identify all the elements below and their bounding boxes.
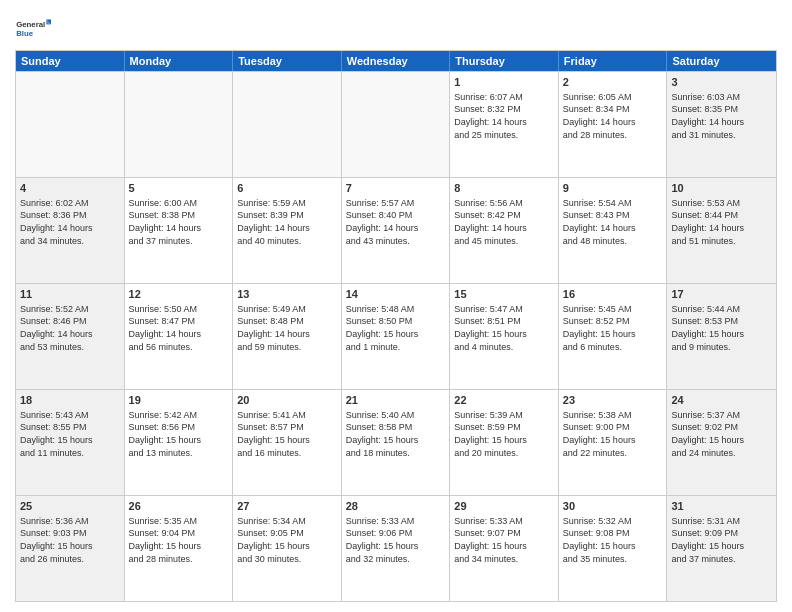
day-info: Sunrise: 6:02 AM Sunset: 8:36 PM Dayligh… — [20, 197, 120, 247]
day-cell-15: 15Sunrise: 5:47 AM Sunset: 8:51 PM Dayli… — [450, 284, 559, 389]
day-header-tuesday: Tuesday — [233, 51, 342, 71]
day-number: 3 — [671, 75, 772, 90]
day-number: 23 — [563, 393, 663, 408]
day-cell-4: 4Sunrise: 6:02 AM Sunset: 8:36 PM Daylig… — [16, 178, 125, 283]
day-cell-17: 17Sunrise: 5:44 AM Sunset: 8:53 PM Dayli… — [667, 284, 776, 389]
day-cell-22: 22Sunrise: 5:39 AM Sunset: 8:59 PM Dayli… — [450, 390, 559, 495]
day-info: Sunrise: 5:37 AM Sunset: 9:02 PM Dayligh… — [671, 409, 772, 459]
day-cell-5: 5Sunrise: 6:00 AM Sunset: 8:38 PM Daylig… — [125, 178, 234, 283]
week-row-2: 4Sunrise: 6:02 AM Sunset: 8:36 PM Daylig… — [16, 177, 776, 283]
day-number: 2 — [563, 75, 663, 90]
day-cell-2: 2Sunrise: 6:05 AM Sunset: 8:34 PM Daylig… — [559, 72, 668, 177]
day-cell-31: 31Sunrise: 5:31 AM Sunset: 9:09 PM Dayli… — [667, 496, 776, 601]
day-cell-7: 7Sunrise: 5:57 AM Sunset: 8:40 PM Daylig… — [342, 178, 451, 283]
day-number: 29 — [454, 499, 554, 514]
day-info: Sunrise: 5:32 AM Sunset: 9:08 PM Dayligh… — [563, 515, 663, 565]
day-cell-12: 12Sunrise: 5:50 AM Sunset: 8:47 PM Dayli… — [125, 284, 234, 389]
day-info: Sunrise: 5:34 AM Sunset: 9:05 PM Dayligh… — [237, 515, 337, 565]
day-number: 30 — [563, 499, 663, 514]
day-cell-10: 10Sunrise: 5:53 AM Sunset: 8:44 PM Dayli… — [667, 178, 776, 283]
day-cell-26: 26Sunrise: 5:35 AM Sunset: 9:04 PM Dayli… — [125, 496, 234, 601]
day-cell-18: 18Sunrise: 5:43 AM Sunset: 8:55 PM Dayli… — [16, 390, 125, 495]
day-cell-23: 23Sunrise: 5:38 AM Sunset: 9:00 PM Dayli… — [559, 390, 668, 495]
day-number: 10 — [671, 181, 772, 196]
svg-text:Blue: Blue — [16, 29, 34, 38]
header: General Blue — [15, 10, 777, 46]
day-info: Sunrise: 5:59 AM Sunset: 8:39 PM Dayligh… — [237, 197, 337, 247]
day-info: Sunrise: 5:33 AM Sunset: 9:07 PM Dayligh… — [454, 515, 554, 565]
day-info: Sunrise: 5:39 AM Sunset: 8:59 PM Dayligh… — [454, 409, 554, 459]
day-info: Sunrise: 5:44 AM Sunset: 8:53 PM Dayligh… — [671, 303, 772, 353]
day-info: Sunrise: 5:43 AM Sunset: 8:55 PM Dayligh… — [20, 409, 120, 459]
calendar: SundayMondayTuesdayWednesdayThursdayFrid… — [15, 50, 777, 602]
day-cell-28: 28Sunrise: 5:33 AM Sunset: 9:06 PM Dayli… — [342, 496, 451, 601]
day-info: Sunrise: 6:05 AM Sunset: 8:34 PM Dayligh… — [563, 91, 663, 141]
day-number: 17 — [671, 287, 772, 302]
day-cell-25: 25Sunrise: 5:36 AM Sunset: 9:03 PM Dayli… — [16, 496, 125, 601]
week-row-3: 11Sunrise: 5:52 AM Sunset: 8:46 PM Dayli… — [16, 283, 776, 389]
day-cell-8: 8Sunrise: 5:56 AM Sunset: 8:42 PM Daylig… — [450, 178, 559, 283]
week-row-1: 1Sunrise: 6:07 AM Sunset: 8:32 PM Daylig… — [16, 71, 776, 177]
day-cell-27: 27Sunrise: 5:34 AM Sunset: 9:05 PM Dayli… — [233, 496, 342, 601]
day-info: Sunrise: 6:07 AM Sunset: 8:32 PM Dayligh… — [454, 91, 554, 141]
day-info: Sunrise: 5:49 AM Sunset: 8:48 PM Dayligh… — [237, 303, 337, 353]
day-number: 8 — [454, 181, 554, 196]
day-info: Sunrise: 5:38 AM Sunset: 9:00 PM Dayligh… — [563, 409, 663, 459]
calendar-body: 1Sunrise: 6:07 AM Sunset: 8:32 PM Daylig… — [16, 71, 776, 601]
day-cell-empty — [125, 72, 234, 177]
day-number: 18 — [20, 393, 120, 408]
day-header-wednesday: Wednesday — [342, 51, 451, 71]
day-header-thursday: Thursday — [450, 51, 559, 71]
week-row-4: 18Sunrise: 5:43 AM Sunset: 8:55 PM Dayli… — [16, 389, 776, 495]
day-number: 26 — [129, 499, 229, 514]
day-cell-6: 6Sunrise: 5:59 AM Sunset: 8:39 PM Daylig… — [233, 178, 342, 283]
day-info: Sunrise: 5:50 AM Sunset: 8:47 PM Dayligh… — [129, 303, 229, 353]
day-info: Sunrise: 5:48 AM Sunset: 8:50 PM Dayligh… — [346, 303, 446, 353]
day-number: 20 — [237, 393, 337, 408]
day-cell-1: 1Sunrise: 6:07 AM Sunset: 8:32 PM Daylig… — [450, 72, 559, 177]
day-header-saturday: Saturday — [667, 51, 776, 71]
day-info: Sunrise: 6:00 AM Sunset: 8:38 PM Dayligh… — [129, 197, 229, 247]
day-cell-3: 3Sunrise: 6:03 AM Sunset: 8:35 PM Daylig… — [667, 72, 776, 177]
logo: General Blue — [15, 10, 51, 46]
day-header-monday: Monday — [125, 51, 234, 71]
svg-text:General: General — [16, 20, 45, 29]
day-info: Sunrise: 5:47 AM Sunset: 8:51 PM Dayligh… — [454, 303, 554, 353]
day-headers: SundayMondayTuesdayWednesdayThursdayFrid… — [16, 51, 776, 71]
day-header-friday: Friday — [559, 51, 668, 71]
day-cell-16: 16Sunrise: 5:45 AM Sunset: 8:52 PM Dayli… — [559, 284, 668, 389]
day-cell-empty — [16, 72, 125, 177]
day-number: 1 — [454, 75, 554, 90]
day-header-sunday: Sunday — [16, 51, 125, 71]
day-number: 5 — [129, 181, 229, 196]
day-number: 7 — [346, 181, 446, 196]
day-info: Sunrise: 5:40 AM Sunset: 8:58 PM Dayligh… — [346, 409, 446, 459]
day-cell-20: 20Sunrise: 5:41 AM Sunset: 8:57 PM Dayli… — [233, 390, 342, 495]
page: General Blue SundayMondayTuesdayWednesda… — [0, 0, 792, 612]
day-info: Sunrise: 5:42 AM Sunset: 8:56 PM Dayligh… — [129, 409, 229, 459]
day-number: 12 — [129, 287, 229, 302]
day-number: 6 — [237, 181, 337, 196]
day-number: 15 — [454, 287, 554, 302]
day-info: Sunrise: 5:35 AM Sunset: 9:04 PM Dayligh… — [129, 515, 229, 565]
day-number: 19 — [129, 393, 229, 408]
day-cell-9: 9Sunrise: 5:54 AM Sunset: 8:43 PM Daylig… — [559, 178, 668, 283]
day-number: 11 — [20, 287, 120, 302]
day-info: Sunrise: 6:03 AM Sunset: 8:35 PM Dayligh… — [671, 91, 772, 141]
day-info: Sunrise: 5:41 AM Sunset: 8:57 PM Dayligh… — [237, 409, 337, 459]
day-info: Sunrise: 5:33 AM Sunset: 9:06 PM Dayligh… — [346, 515, 446, 565]
logo-svg: General Blue — [15, 10, 51, 46]
day-cell-13: 13Sunrise: 5:49 AM Sunset: 8:48 PM Dayli… — [233, 284, 342, 389]
day-number: 4 — [20, 181, 120, 196]
day-cell-29: 29Sunrise: 5:33 AM Sunset: 9:07 PM Dayli… — [450, 496, 559, 601]
day-number: 9 — [563, 181, 663, 196]
day-number: 21 — [346, 393, 446, 408]
day-number: 24 — [671, 393, 772, 408]
day-number: 14 — [346, 287, 446, 302]
day-number: 25 — [20, 499, 120, 514]
day-info: Sunrise: 5:53 AM Sunset: 8:44 PM Dayligh… — [671, 197, 772, 247]
day-cell-24: 24Sunrise: 5:37 AM Sunset: 9:02 PM Dayli… — [667, 390, 776, 495]
day-number: 16 — [563, 287, 663, 302]
week-row-5: 25Sunrise: 5:36 AM Sunset: 9:03 PM Dayli… — [16, 495, 776, 601]
day-info: Sunrise: 5:56 AM Sunset: 8:42 PM Dayligh… — [454, 197, 554, 247]
